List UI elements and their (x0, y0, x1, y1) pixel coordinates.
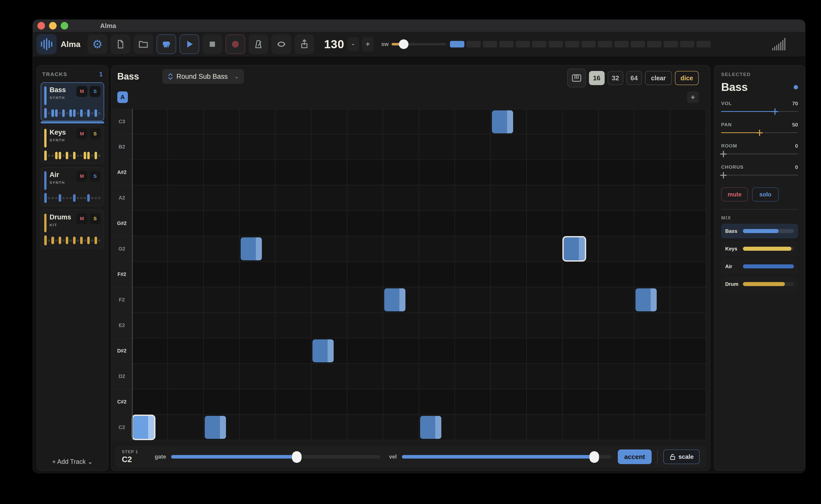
grid-cell[interactable] (347, 287, 383, 312)
grid-cell[interactable] (563, 185, 598, 210)
track-card-keys[interactable]: KeysSYNTHMS (41, 125, 104, 164)
grid-cell[interactable] (635, 185, 670, 210)
grid-cell[interactable] (168, 415, 204, 440)
grid-cell[interactable] (276, 236, 311, 261)
grid-cell[interactable] (240, 236, 276, 261)
grid-cell[interactable] (276, 364, 311, 389)
grid-cell[interactable] (204, 109, 240, 134)
solo-button[interactable]: solo (752, 187, 779, 201)
grid-cell[interactable] (598, 389, 635, 414)
mix-row-keys[interactable]: Keys (721, 241, 798, 256)
grid-cell[interactable] (168, 338, 204, 363)
tempo-minus-button[interactable]: - (347, 37, 359, 51)
grid-cell[interactable] (347, 211, 383, 236)
grid-cell[interactable] (240, 211, 276, 236)
grid-cell[interactable] (455, 134, 491, 159)
grid-cell[interactable] (311, 236, 347, 261)
grid-cell[interactable] (419, 338, 455, 363)
note-f2-step8[interactable] (384, 288, 405, 311)
grid-cell[interactable] (276, 134, 311, 159)
grid-cell[interactable] (563, 134, 598, 159)
grid-cell[interactable] (347, 262, 383, 287)
grid-cell[interactable] (491, 287, 527, 312)
mix-row-drum[interactable]: Drum (721, 277, 798, 291)
grid-cell[interactable] (670, 236, 706, 261)
grid-cell[interactable] (276, 109, 311, 134)
grid-cell[interactable] (240, 134, 276, 159)
grid-cell[interactable] (563, 415, 598, 440)
grid-cell[interactable] (491, 364, 527, 389)
grid-cell[interactable] (598, 287, 635, 312)
note-c2-step1[interactable] (133, 416, 154, 439)
minimize-window-button[interactable] (49, 22, 57, 30)
grid-cell[interactable] (527, 109, 563, 134)
grid-cell[interactable] (527, 160, 563, 185)
grid-cell[interactable] (491, 185, 527, 210)
loop-button[interactable] (272, 34, 291, 54)
track-mute-button[interactable]: M (76, 213, 87, 224)
grid-cell[interactable] (563, 109, 598, 134)
grid-cell[interactable] (419, 134, 455, 159)
grid-cell[interactable] (168, 364, 204, 389)
save-button[interactable] (156, 34, 176, 54)
grid-cell[interactable] (383, 160, 419, 185)
grid-cell[interactable] (563, 236, 598, 261)
grid-cell[interactable] (670, 313, 706, 338)
grid-cell[interactable] (383, 415, 419, 440)
grid-cell[interactable] (132, 211, 168, 236)
grid-cell[interactable] (132, 338, 168, 363)
grid-cell[interactable] (276, 211, 311, 236)
grid-cell[interactable] (527, 415, 563, 440)
grid-cell[interactable] (527, 211, 563, 236)
grid-cell[interactable] (635, 415, 670, 440)
grid-cell[interactable] (491, 236, 527, 261)
grid-cell[interactable] (276, 287, 311, 312)
grid-cell[interactable] (419, 364, 455, 389)
grid-cell[interactable] (635, 313, 670, 338)
grid-cell[interactable] (598, 134, 635, 159)
grid-cell[interactable] (383, 236, 419, 261)
grid-cell[interactable] (168, 109, 204, 134)
grid-cell[interactable] (276, 389, 311, 414)
zoom-window-button[interactable] (61, 22, 68, 30)
grid-cell[interactable] (276, 338, 311, 363)
grid-cell[interactable] (563, 211, 598, 236)
grid-cell[interactable] (204, 185, 240, 210)
grid-cell[interactable] (168, 185, 204, 210)
stop-button[interactable] (202, 34, 222, 54)
grid-cell[interactable] (455, 364, 491, 389)
grid-cell[interactable] (670, 338, 706, 363)
grid-cell[interactable] (311, 185, 347, 210)
grid-cell[interactable] (491, 109, 527, 134)
note-c3-step11[interactable] (492, 110, 513, 133)
grid-cell[interactable] (240, 364, 276, 389)
grid-cell[interactable] (491, 415, 527, 440)
grid-cell[interactable] (204, 287, 240, 312)
grid-cell[interactable] (204, 415, 240, 440)
grid-cell[interactable] (383, 287, 419, 312)
add-page-button[interactable]: + (687, 91, 699, 103)
grid-cell[interactable] (132, 160, 168, 185)
grid-cell[interactable] (635, 160, 670, 185)
grid-cell[interactable] (635, 338, 670, 363)
grid-cell[interactable] (635, 262, 670, 287)
grid-cell[interactable] (168, 313, 204, 338)
length-32-button[interactable]: 32 (608, 71, 623, 85)
grid-cell[interactable] (132, 415, 168, 440)
grid-cell[interactable] (635, 364, 670, 389)
grid-cell[interactable] (419, 287, 455, 312)
grid-cell[interactable] (132, 262, 168, 287)
scale-lock-button[interactable]: scale (663, 449, 700, 464)
grid-cell[interactable] (311, 160, 347, 185)
grid-cell[interactable] (132, 185, 168, 210)
grid-cell[interactable] (240, 160, 276, 185)
grid-cell[interactable] (311, 109, 347, 134)
grid-cell[interactable] (670, 160, 706, 185)
grid-cell[interactable] (455, 185, 491, 210)
grid-cell[interactable] (311, 338, 347, 363)
grid-cell[interactable] (563, 160, 598, 185)
grid-cell[interactable] (132, 364, 168, 389)
new-file-button[interactable] (110, 34, 130, 54)
grid-cell[interactable] (598, 364, 635, 389)
grid-cell[interactable] (598, 185, 635, 210)
